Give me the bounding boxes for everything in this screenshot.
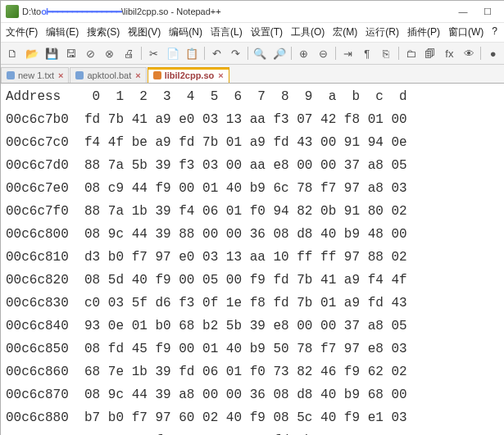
tab-libil2cpp[interactable]: libil2cpp.so× bbox=[148, 67, 229, 83]
separator bbox=[204, 47, 205, 60]
tab-close-icon[interactable]: × bbox=[218, 70, 223, 80]
path-prefix: D:\to bbox=[22, 7, 41, 16]
doc-map-icon[interactable]: 🗐 bbox=[420, 44, 439, 62]
replace-icon[interactable]: 🔎 bbox=[270, 44, 289, 62]
tab-close-icon[interactable]: × bbox=[58, 70, 63, 80]
print-icon[interactable]: 🖨 bbox=[120, 44, 138, 62]
find-icon[interactable]: 🔍 bbox=[251, 44, 270, 62]
tab-dot-icon bbox=[7, 71, 15, 79]
tab-label: libil2cpp.so bbox=[165, 70, 215, 80]
hex-row[interactable]: 00c6c7e0 08 c9 44 f9 00 01 40 b9 6c 78 f… bbox=[6, 177, 500, 200]
paste-icon[interactable]: 📋 bbox=[183, 44, 202, 62]
indent-guide-icon[interactable]: ⎘ bbox=[377, 44, 396, 62]
hex-row[interactable]: 00c6c7d0 88 7a 5b 39 f3 03 00 aa e8 00 0… bbox=[6, 154, 500, 177]
zoom-out-icon[interactable]: ⊖ bbox=[314, 44, 333, 62]
minimize-button[interactable]: — bbox=[451, 3, 475, 20]
path-suffix: \libil2cpp.so - Notepad++ bbox=[121, 7, 221, 16]
separator bbox=[480, 47, 481, 60]
hex-row[interactable]: 00c6c870 08 9c 44 39 a8 00 00 36 08 d8 4… bbox=[6, 383, 500, 406]
tab-new1[interactable]: new 1.txt× bbox=[1, 67, 69, 83]
show-all-chars-icon[interactable]: ¶ bbox=[357, 44, 376, 62]
record-macro-icon[interactable]: ● bbox=[484, 44, 502, 62]
menu-settings[interactable]: 设置(T) bbox=[251, 25, 283, 39]
menu-language[interactable]: 语言(L) bbox=[211, 25, 243, 39]
hex-row[interactable]: 00c6c880 b7 b0 f7 97 60 02 40 f9 08 5c 4… bbox=[6, 406, 500, 429]
separator bbox=[335, 47, 336, 60]
tab-close-icon[interactable]: × bbox=[135, 70, 140, 80]
monitor-icon[interactable]: 👁 bbox=[460, 44, 479, 62]
notepadpp-icon bbox=[6, 5, 19, 18]
hex-row[interactable]: 00c6c820 08 5d 40 f9 00 05 00 f9 fd 7b 4… bbox=[6, 269, 500, 292]
tab-label: apktool.bat bbox=[87, 70, 131, 80]
menu-encoding[interactable]: 编码(N) bbox=[169, 25, 202, 39]
zoom-in-icon[interactable]: ⊕ bbox=[294, 44, 313, 62]
menu-window[interactable]: 窗口(W) bbox=[448, 25, 484, 39]
menu-file[interactable]: 文件(F) bbox=[6, 25, 38, 39]
menu-search[interactable]: 搜索(S) bbox=[87, 25, 120, 39]
tab-dot-icon bbox=[75, 71, 84, 79]
redo-icon[interactable]: ↷ bbox=[226, 44, 245, 62]
tab-dot-icon bbox=[153, 71, 161, 79]
separator bbox=[291, 47, 292, 60]
tab-label: new 1.txt bbox=[18, 70, 54, 80]
hex-row[interactable]: 00c6c7c0 f4 4f be a9 fd 7b 01 a9 fd 43 0… bbox=[6, 131, 500, 154]
menu-macro[interactable]: 宏(M) bbox=[333, 25, 357, 39]
hex-row[interactable]: 00c6c890 00 05 40 f9 c6 10 2e 94 fd 7b 4… bbox=[6, 429, 500, 435]
toolbar: 🗋 📂 💾 🖫 ⊘ ⊗ 🖨 ✂ 📄 📋 ↶ ↷ 🔍 🔎 ⊕ ⊖ ⇥ ¶ ⎘ 🗀 … bbox=[1, 43, 504, 65]
folder-icon[interactable]: 🗀 bbox=[402, 44, 420, 62]
undo-icon[interactable]: ↶ bbox=[207, 44, 226, 62]
hex-row[interactable]: 00c6c800 08 9c 44 39 88 00 00 36 08 d8 4… bbox=[6, 223, 500, 246]
wordwrap-icon[interactable]: ⇥ bbox=[338, 44, 357, 62]
hex-editor-area[interactable]: Address 0 1 2 3 4 5 6 7 8 9 a b c d 00c6… bbox=[1, 84, 504, 435]
tabbar: new 1.txt× apktool.bat× libil2cpp.so× bbox=[1, 65, 504, 84]
hex-row[interactable]: 00c6c860 68 7e 1b 39 fd 06 01 f0 73 82 4… bbox=[6, 360, 500, 383]
maximize-button[interactable]: ☐ bbox=[475, 3, 500, 20]
copy-icon[interactable]: 📄 bbox=[163, 44, 182, 62]
menu-plugins[interactable]: 插件(P) bbox=[407, 25, 440, 39]
hex-row[interactable]: 00c6c7b0 fd 7b 41 a9 e0 03 13 aa f3 07 4… bbox=[6, 108, 500, 131]
redacted-scribble: oI━━━━━━━━━━━━━━━ bbox=[41, 7, 121, 17]
menu-view[interactable]: 视图(V) bbox=[128, 25, 161, 39]
window-title: D:\tooI━━━━━━━━━━━━━━━\libil2cpp.so - No… bbox=[22, 7, 451, 17]
open-file-icon[interactable]: 📂 bbox=[23, 44, 42, 62]
menu-edit[interactable]: 编辑(E) bbox=[46, 25, 79, 39]
function-list-icon[interactable]: fx bbox=[440, 44, 459, 62]
save-icon[interactable]: 💾 bbox=[42, 44, 61, 62]
titlebar: D:\tooI━━━━━━━━━━━━━━━\libil2cpp.so - No… bbox=[1, 1, 504, 23]
menu-help[interactable]: ? bbox=[492, 25, 497, 39]
menu-run[interactable]: 运行(R) bbox=[366, 25, 399, 39]
separator bbox=[247, 47, 248, 60]
hex-row[interactable]: 00c6c840 93 0e 01 b0 68 b2 5b 39 e8 00 0… bbox=[6, 315, 500, 338]
hex-row[interactable]: 00c6c810 d3 b0 f7 97 e0 03 13 aa 10 ff f… bbox=[6, 246, 500, 269]
new-file-icon[interactable]: 🗋 bbox=[3, 44, 22, 62]
hex-row[interactable]: 00c6c830 c0 03 5f d6 f3 0f 1e f8 fd 7b 0… bbox=[6, 292, 500, 315]
save-all-icon[interactable]: 🖫 bbox=[61, 44, 80, 62]
close-all-icon[interactable]: ⊗ bbox=[100, 44, 119, 62]
cut-icon[interactable]: ✂ bbox=[144, 44, 163, 62]
hex-row[interactable]: 00c6c7f0 88 7a 1b 39 f4 06 01 f0 94 82 0… bbox=[6, 200, 500, 223]
hex-row[interactable]: 00c6c850 08 fd 45 f9 00 01 40 b9 50 78 f… bbox=[6, 338, 500, 360]
tab-apktool[interactable]: apktool.bat× bbox=[70, 67, 146, 83]
hex-header: Address 0 1 2 3 4 5 6 7 8 9 a b c d bbox=[6, 85, 500, 108]
close-icon[interactable]: ⊘ bbox=[81, 44, 100, 62]
separator bbox=[398, 47, 399, 60]
menu-tools[interactable]: 工具(O) bbox=[291, 25, 325, 39]
separator bbox=[141, 47, 142, 60]
menubar: 文件(F) 编辑(E) 搜索(S) 视图(V) 编码(N) 语言(L) 设置(T… bbox=[1, 23, 504, 43]
